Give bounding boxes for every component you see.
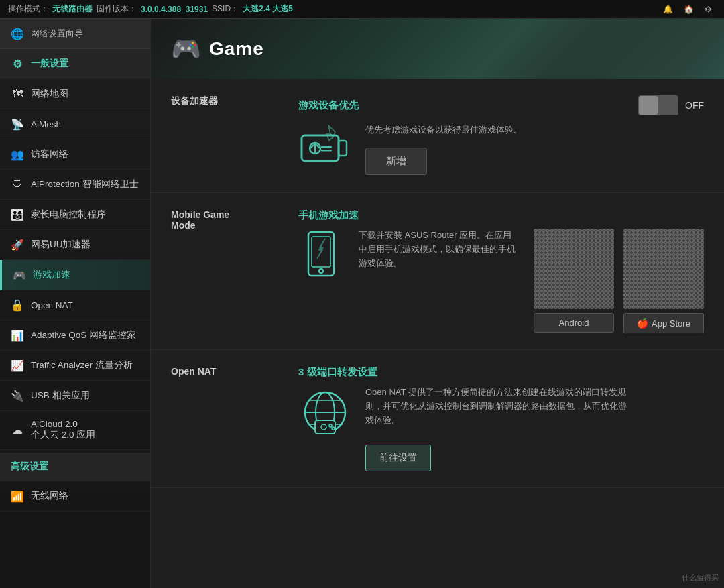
sidebar-item-wireless[interactable]: 📶 无线网络	[0, 481, 150, 512]
device-booster-label-col: 设备加速器	[171, 95, 278, 176]
sidebar-item-aicloud[interactable]: ☁ AiCloud 2.0个人云 2.0 应用	[0, 411, 150, 450]
sidebar-item-opennat[interactable]: 🔓 Open NAT	[0, 290, 150, 320]
device-booster-subtitle: 游戏设备优先	[298, 99, 359, 112]
device-toggle-wrapper: OFF	[638, 95, 704, 115]
device-booster-title-row: 游戏设备优先 OFF	[298, 95, 704, 115]
ssid-value: 大逃2.4 大逃5	[243, 3, 293, 15]
svg-rect-3	[321, 146, 332, 148]
qr-group: Android 🍎 App Store	[534, 229, 704, 333]
mobile-game-subtitle: 手机游戏加速	[298, 209, 359, 222]
open-nat-title-row: 3 级端口转发设置	[298, 366, 704, 379]
mode-label: 操作模式：	[8, 3, 48, 15]
android-qr-area: Android	[534, 229, 614, 333]
opennat-icon: 🔓	[11, 298, 24, 312]
sidebar-item-usb[interactable]: 🔌 USB 相关应用	[0, 381, 150, 411]
content-body: 设备加速器 游戏设备优先 OFF	[151, 79, 724, 488]
mobile-game-section: Mobile GameMode 手机游戏加速	[151, 193, 724, 350]
sidebar-item-guest[interactable]: 👥 访客网络	[0, 139, 150, 170]
android-qr-code	[534, 229, 614, 309]
game-icon: 🎮	[13, 268, 26, 282]
topbar: 操作模式： 无线路由器 固件版本： 3.0.0.4.388_31931 SSID…	[0, 0, 724, 19]
aiprotection-label: AiProtection 智能网络卫士	[31, 178, 139, 190]
guest-icon: 👥	[11, 148, 24, 161]
network-map-icon: 🗺	[11, 87, 24, 101]
open-nat-subtitle: 3 级端口转发设置	[298, 366, 377, 379]
mobile-game-row: Mobile GameMode 手机游戏加速	[171, 209, 704, 333]
mobile-desc-area: 下载并安装 ASUS Router 应用。在应用中启用手机游戏模式，以确保最佳的…	[359, 229, 520, 281]
traffic-icon: 📈	[11, 359, 24, 372]
aimesh-icon: 📡	[11, 117, 24, 131]
apple-icon: 🍎	[637, 318, 648, 329]
open-nat-primary: Open NAT	[171, 366, 278, 377]
android-button[interactable]: Android	[534, 313, 614, 333]
device-toggle[interactable]	[638, 95, 678, 115]
sidebar-item-aimesh[interactable]: 📡 AiMesh	[0, 109, 150, 139]
toggle-off-label: OFF	[685, 100, 704, 111]
network-setup-label: 网络设置向导	[31, 27, 83, 40]
mobile-description: 下载并安装 ASUS Router 应用。在应用中启用手机游戏模式，以确保最佳的…	[359, 229, 520, 270]
svg-point-8	[319, 269, 323, 273]
aimesh-label: AiMesh	[31, 119, 61, 129]
sidebar-item-aiprotection[interactable]: 🛡 AiProtection 智能网络卫士	[0, 170, 150, 200]
sidebar-item-qos[interactable]: 📊 Adaptive QoS 网络监控家	[0, 320, 150, 351]
opennat-label: Open NAT	[31, 300, 73, 310]
mobile-icon-area	[298, 229, 345, 285]
watermark: 什么值得买	[682, 573, 719, 583]
aiprotection-icon: 🛡	[11, 178, 24, 191]
open-nat-content: 3 级端口转发设置	[298, 366, 704, 471]
open-nat-label-col: Open NAT	[171, 366, 278, 471]
sidebar-item-game[interactable]: 🎮 游戏加速	[0, 260, 150, 290]
firmware-label: 固件版本：	[97, 3, 137, 15]
game-header-icon: 🎮	[171, 35, 201, 63]
nat-icon-area	[298, 386, 352, 442]
firmware-value: 3.0.0.4.388_31931	[141, 5, 208, 14]
device-booster-primary: 设备加速器	[171, 95, 278, 107]
bell-icon[interactable]: 🔔	[663, 5, 673, 14]
open-nat-row: Open NAT 3 级端口转发设置	[171, 366, 704, 471]
parental-label: 家长电脑控制程序	[31, 209, 106, 221]
content-area: 🎮 Game 设备加速器 游戏设备优先	[151, 19, 724, 588]
device-booster-icon	[298, 122, 352, 176]
general-label: 一般设置	[31, 58, 68, 70]
mobile-game-content: 手机游戏加速	[298, 209, 704, 333]
content-header: 🎮 Game	[151, 19, 724, 79]
goto-button[interactable]: 前往设置	[365, 445, 431, 471]
uu-label: 网易UU加速器	[31, 239, 91, 251]
device-booster-description: 优先考虑游戏设备以获得最佳游戏体验。	[365, 123, 522, 137]
appstore-qr-code	[623, 229, 704, 309]
appstore-button[interactable]: 🍎 App Store	[623, 313, 704, 333]
ssid-label: SSID：	[212, 3, 239, 15]
page-title: Game	[209, 38, 264, 60]
appstore-qr-area: 🍎 App Store	[623, 229, 704, 333]
open-nat-section: Open NAT 3 级端口转发设置	[151, 350, 724, 488]
gear-icon[interactable]: ⚙	[705, 5, 712, 14]
sidebar-item-uu[interactable]: 🚀 网易UU加速器	[0, 230, 150, 260]
parental-icon: 👨‍👩‍👧	[11, 208, 24, 221]
add-button[interactable]: 新增	[365, 148, 427, 175]
sidebar-item-parental[interactable]: 👨‍👩‍👧 家长电脑控制程序	[0, 200, 150, 230]
aicloud-label: AiCloud 2.0个人云 2.0 应用	[31, 419, 95, 441]
aicloud-icon: ☁	[11, 424, 24, 437]
open-nat-description: Open NAT 提供了一种方便简捷的方法来创建在线游戏的端口转发规则，并可优化…	[365, 386, 634, 427]
mode-value: 无线路由器	[52, 3, 93, 15]
sidebar-section-general: ⚙ 一般设置	[0, 49, 150, 79]
qos-icon: 📊	[11, 329, 24, 342]
guest-label: 访客网络	[31, 148, 68, 160]
svg-rect-4	[321, 150, 332, 152]
sidebar-item-network-map[interactable]: 🗺 网络地图	[0, 79, 150, 109]
open-nat-inner: Open NAT 提供了一种方便简捷的方法来创建在线游戏的端口转发规则，并可优化…	[298, 386, 704, 471]
network-map-label: 网络地图	[31, 88, 68, 100]
sidebar-item-network-setup[interactable]: 🌐 网络设置向导	[0, 19, 150, 49]
sidebar-section-advanced: 高级设置	[0, 453, 150, 481]
mobile-game-title-row: 手机游戏加速	[298, 209, 704, 222]
toggle-thumb	[639, 96, 658, 115]
sidebar-item-traffic[interactable]: 📈 Traffic Analyzer 流量分析	[0, 351, 150, 381]
topbar-icons: 🔔 🏠 ⚙	[663, 5, 716, 14]
game-label: 游戏加速	[33, 269, 70, 281]
mobile-game-primary: Mobile GameMode	[171, 209, 278, 231]
advanced-label: 高级设置	[11, 461, 48, 473]
wireless-icon: 📶	[11, 489, 24, 503]
appstore-label: App Store	[652, 318, 690, 329]
home-icon[interactable]: 🏠	[684, 5, 694, 14]
nat-text-area: Open NAT 提供了一种方便简捷的方法来创建在线游戏的端口转发规则，并可优化…	[365, 386, 634, 471]
